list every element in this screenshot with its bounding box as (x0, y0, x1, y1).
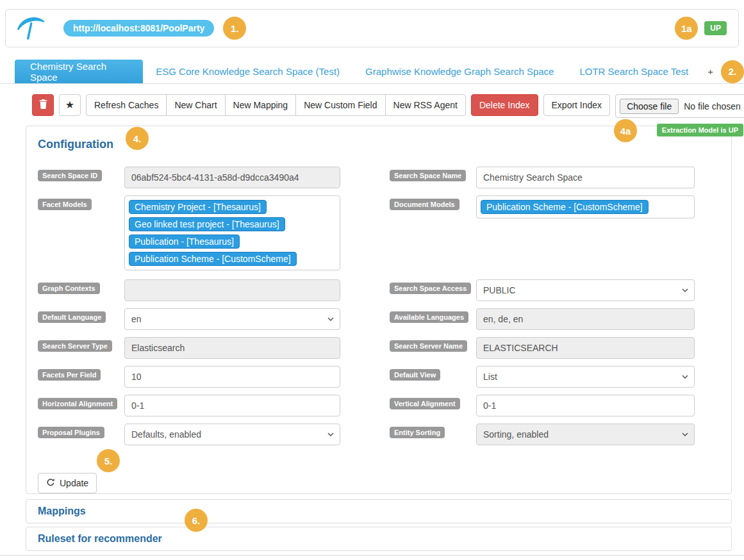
annotation-2: 2. (721, 60, 744, 83)
tab-esg-core-knowledge[interactable]: ESG Core Knowledge Search Space (Test) (143, 66, 352, 77)
form-row: Default Language en Available Languages (38, 308, 720, 330)
facet-model-chip[interactable]: Geo linked test project - [Thesaurus] (129, 217, 285, 231)
search-space-tabs: Chemistry Search Space ESG Core Knowledg… (0, 60, 744, 84)
annotation-5: 5. (97, 449, 120, 472)
default-language-label: Default Language (38, 311, 106, 323)
field-search-space-access: Search Space Access PUBLIC (390, 279, 695, 301)
vertical-alignment-label: Vertical Alignment (390, 398, 460, 409)
index-toolbar: ★ Refresh Caches New Chart New Mapping N… (32, 94, 744, 119)
select-wrap: Defaults, enabled (124, 424, 340, 445)
facets-per-field-label: Facets Per Field (38, 369, 101, 381)
field-search-server-type: Search Server Type (38, 337, 340, 359)
favorite-button[interactable]: ★ (59, 94, 81, 116)
label-cell: Available Languages (390, 308, 476, 323)
label-cell: Vertical Alignment (390, 395, 476, 409)
tab-chemistry-search-space[interactable]: Chemistry Search Space (15, 60, 143, 83)
field-proposal-plugins: Proposal Plugins Defaults, enabled (38, 424, 340, 445)
delete-index-button[interactable]: Delete Index (471, 94, 538, 116)
new-chart-button[interactable]: New Chart (166, 94, 225, 116)
facet-models-list[interactable]: Chemistry Project - [Thesaurus] Geo link… (124, 195, 340, 270)
bottom-divider (0, 555, 744, 556)
delete-search-space-button[interactable] (32, 94, 54, 116)
facet-model-chip[interactable]: Chemistry Project - [Thesaurus] (129, 200, 267, 214)
star-icon: ★ (65, 100, 74, 110)
import-index-file-input[interactable]: Choose file No file chosen (615, 94, 744, 118)
search-space-name-input[interactable] (476, 167, 695, 188)
entity-sorting-select: Sorting, enabled (476, 424, 695, 445)
field-facet-models: Facet Models Chemistry Project - [Thesau… (38, 195, 340, 270)
search-space-access-select[interactable]: PUBLIC (476, 279, 695, 301)
configuration-panel: 4. 4a Extraction Model is UP Configurati… (26, 126, 732, 494)
new-rss-agent-button[interactable]: New RSS Agent (385, 94, 466, 116)
form-row: Graph Contexts Search Space Access PUBLI… (38, 279, 720, 301)
horizontal-alignment-input[interactable] (124, 395, 340, 416)
new-custom-field-button[interactable]: New Custom Field (295, 94, 385, 116)
actions-button-group: Refresh Caches New Chart New Mapping New… (86, 94, 466, 116)
document-models-list[interactable]: Publication Scheme - [CustomScheme] (476, 195, 695, 218)
configuration-form: Search Space ID Search Space Name Facet … (38, 167, 720, 493)
add-search-space-button[interactable]: + (707, 66, 713, 77)
select-wrap: en (124, 308, 340, 330)
default-view-select[interactable]: List (476, 366, 695, 388)
field-entity-sorting: Entity Sorting Sorting, enabled (390, 424, 695, 445)
horizontal-alignment-label: Horizontal Alignment (38, 398, 117, 409)
field-search-space-name: Search Space Name (390, 167, 695, 188)
form-row: Search Space ID Search Space Name (38, 167, 720, 188)
label-cell: Default Language (38, 308, 124, 323)
search-space-id-input (124, 167, 340, 188)
document-model-chip[interactable]: Publication Scheme - [CustomScheme] (481, 200, 649, 214)
mappings-panel-header[interactable]: Mappings (26, 499, 732, 523)
extraction-model-status-badge: Extraction Model is UP (657, 124, 743, 136)
search-server-type-label: Search Server Type (38, 340, 112, 352)
tab-lotr-search-space-test[interactable]: LOTR Search Space Test (566, 66, 701, 77)
form-row: Search Server Type Search Server Name (38, 337, 720, 359)
update-button[interactable]: Update (38, 473, 97, 493)
label-cell: Search Server Name (390, 337, 476, 352)
search-space-name-label: Search Space Name (390, 170, 466, 181)
refresh-caches-button[interactable]: Refresh Caches (86, 94, 167, 116)
label-cell: Facets Per Field (38, 366, 124, 381)
refresh-icon (46, 478, 55, 489)
annotation-1a: 1a (675, 17, 698, 40)
mappings-title: Mappings (38, 506, 86, 517)
select-wrap: Sorting, enabled (476, 424, 695, 445)
export-index-button[interactable]: Export Index (543, 94, 611, 116)
graph-contexts-label: Graph Contexts (38, 283, 100, 294)
default-language-select[interactable]: en (124, 308, 340, 330)
tab-graphwise-knowledge-graph[interactable]: Graphwise Knowledge Graph Search Space (352, 66, 566, 77)
field-search-space-id: Search Space ID (38, 167, 340, 188)
search-server-type-input (124, 337, 340, 359)
label-cell: Horizontal Alignment (38, 395, 124, 409)
search-server-name-input (476, 337, 695, 359)
facet-model-chip[interactable]: Publication Scheme - [CustomScheme] (129, 252, 297, 266)
facet-model-chip[interactable]: Publication - [Thesaurus] (129, 235, 240, 249)
facets-per-field-input[interactable] (124, 366, 340, 388)
proposal-plugins-select[interactable]: Defaults, enabled (124, 424, 340, 445)
ruleset-title: Ruleset for recommender (38, 533, 162, 545)
label-cell: Graph Contexts (38, 279, 124, 294)
field-default-view: Default View List (390, 366, 695, 388)
search-server-name-label: Search Server Name (390, 340, 467, 352)
annotation-1: 1. (223, 17, 246, 40)
new-mapping-button[interactable]: New Mapping (225, 94, 297, 116)
label-cell: Proposal Plugins (38, 424, 124, 438)
server-url-badge[interactable]: http://localhost:8081/PoolParty (63, 20, 214, 37)
label-cell: Document Models (390, 195, 476, 210)
field-vertical-alignment: Vertical Alignment (390, 395, 695, 416)
ruleset-panel-header[interactable]: Ruleset for recommender (26, 527, 732, 551)
annotation-4a: 4a (614, 119, 637, 142)
top-header: http://localhost:8081/PoolParty 1. 1a UP (5, 9, 739, 47)
trash-icon (39, 99, 47, 111)
form-row: Horizontal Alignment Vertical Alignment (38, 395, 720, 416)
label-cell: Default View (390, 366, 476, 381)
vertical-alignment-input[interactable] (476, 395, 695, 416)
form-row: Facets Per Field Default View List (38, 366, 720, 388)
search-space-id-label: Search Space ID (38, 170, 102, 181)
document-models-label: Document Models (390, 199, 459, 210)
facet-models-label: Facet Models (38, 199, 92, 210)
field-default-language: Default Language en (38, 308, 340, 330)
label-cell: Search Space Name (390, 167, 476, 181)
form-row: Proposal Plugins Defaults, enabled Entit… (38, 424, 720, 445)
server-status-badge: UP (704, 21, 727, 35)
choose-file-button[interactable]: Choose file (620, 99, 679, 114)
